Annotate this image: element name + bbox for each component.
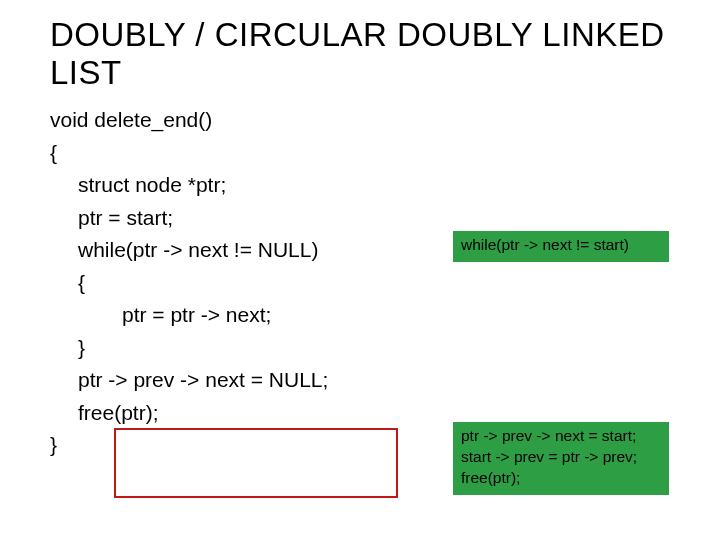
annotation-box-2: ptr -> prev -> next = start; start -> pr… — [453, 422, 669, 495]
slide: DOUBLY / CIRCULAR DOUBLY LINKED LIST voi… — [0, 0, 720, 462]
code-line: void delete_end() — [50, 104, 682, 137]
code-line: ptr = ptr -> next; — [50, 299, 682, 332]
code-block: void delete_end() { struct node *ptr; pt… — [50, 104, 682, 462]
annotation-line: start -> prev = ptr -> prev; — [461, 447, 659, 468]
annotation-box-1: while(ptr -> next != start) — [453, 231, 669, 262]
code-line: ptr -> prev -> next = NULL; — [50, 364, 682, 397]
annotation-line: ptr -> prev -> next = start; — [461, 426, 659, 447]
code-line: struct node *ptr; — [50, 169, 682, 202]
code-line: { — [50, 137, 682, 170]
slide-title: DOUBLY / CIRCULAR DOUBLY LINKED LIST — [50, 16, 682, 92]
code-line: ptr = start; — [50, 202, 682, 235]
annotation-line: free(ptr); — [461, 468, 659, 489]
annotation-line: while(ptr -> next != start) — [461, 235, 659, 256]
code-line: } — [50, 332, 682, 365]
code-line: { — [50, 267, 682, 300]
